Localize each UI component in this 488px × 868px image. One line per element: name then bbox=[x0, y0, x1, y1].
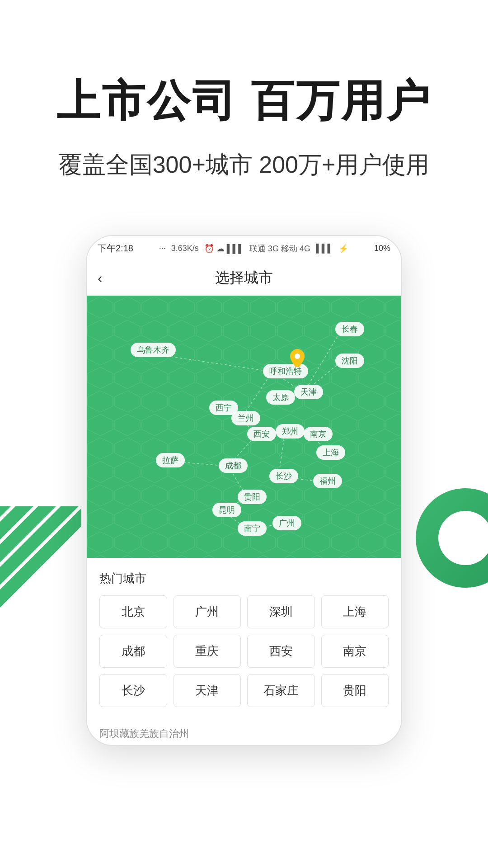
map-city-label[interactable]: 天津 bbox=[294, 385, 323, 399]
city-button[interactable]: 广州 bbox=[174, 595, 241, 628]
map-city-label[interactable]: 兰州 bbox=[231, 411, 260, 425]
map-city-label[interactable]: 沈阳 bbox=[335, 354, 364, 368]
map-city-label[interactable]: 南京 bbox=[304, 427, 333, 441]
city-button[interactable]: 南京 bbox=[321, 635, 389, 668]
map-city-label[interactable]: 成都 bbox=[219, 458, 248, 473]
map-cities: 乌鲁木齐长春沈阳呼和浩特天津太原西宁兰州西安郑州南京上海拉萨成都长沙福州贵阳昆明… bbox=[87, 296, 401, 558]
sub-title: 覆盖全国300+城市 200万+用户使用 bbox=[36, 149, 452, 181]
back-icon[interactable]: ‹ bbox=[98, 270, 103, 287]
map-city-label[interactable]: 福州 bbox=[313, 474, 342, 488]
map-city-label[interactable]: 南宁 bbox=[238, 521, 267, 536]
city-button[interactable]: 长沙 bbox=[99, 674, 167, 707]
city-grid: 北京广州深圳上海成都重庆西安南京长沙天津石家庄贵阳 bbox=[99, 595, 389, 707]
status-battery: 10% bbox=[374, 244, 390, 253]
map-city-label[interactable]: 长春 bbox=[335, 322, 364, 336]
city-button[interactable]: 贵阳 bbox=[321, 674, 389, 707]
map-city-label[interactable]: 乌鲁木齐 bbox=[131, 343, 176, 357]
map-city-label[interactable]: 拉萨 bbox=[156, 453, 185, 467]
city-button[interactable]: 北京 bbox=[99, 595, 167, 628]
city-button[interactable]: 成都 bbox=[99, 635, 167, 668]
map-city-label[interactable]: 昆明 bbox=[212, 503, 241, 517]
map-city-label[interactable]: 贵阳 bbox=[238, 490, 267, 504]
phone-section-wrapper: 下午2:18 ··· 3.63K/s ⏰ ☁ ▌▌▌ 联通 3G 移动 4G ▌… bbox=[0, 235, 488, 746]
city-button[interactable]: 上海 bbox=[321, 595, 389, 628]
status-time: 下午2:18 bbox=[98, 242, 133, 255]
main-title: 上市公司 百万用户 bbox=[36, 72, 452, 131]
city-button[interactable]: 深圳 bbox=[247, 595, 315, 628]
city-button[interactable]: 西安 bbox=[247, 635, 315, 668]
status-4g-bars: ▌▌▌ bbox=[316, 244, 333, 253]
map-city-label[interactable]: 郑州 bbox=[276, 424, 305, 439]
nav-bar: ‹ 选择城市 bbox=[87, 261, 401, 296]
map-city-label[interactable]: 上海 bbox=[316, 445, 345, 460]
nav-title: 选择城市 bbox=[215, 268, 273, 288]
map-city-label[interactable]: 西安 bbox=[247, 427, 276, 441]
footer-text: 阿坝藏族羌族自治州 bbox=[87, 720, 401, 745]
city-button[interactable]: 重庆 bbox=[174, 635, 241, 668]
popular-title: 热门城市 bbox=[99, 571, 389, 586]
city-button[interactable]: 石家庄 bbox=[247, 674, 315, 707]
phone-mockup: 下午2:18 ··· 3.63K/s ⏰ ☁ ▌▌▌ 联通 3G 移动 4G ▌… bbox=[86, 235, 402, 746]
top-section: 上市公司 百万用户 覆盖全国300+城市 200万+用户使用 bbox=[0, 0, 488, 208]
map-container[interactable]: 乌鲁木齐长春沈阳呼和浩特天津太原西宁兰州西安郑州南京上海拉萨成都长沙福州贵阳昆明… bbox=[87, 296, 401, 558]
phone-section: 下午2:18 ··· 3.63K/s ⏰ ☁ ▌▌▌ 联通 3G 移动 4G ▌… bbox=[0, 235, 488, 746]
status-bolt: ⚡ bbox=[338, 244, 348, 254]
status-dots: ··· bbox=[159, 244, 166, 253]
status-carrier: 联通 3G 移动 4G bbox=[249, 243, 310, 254]
map-pin bbox=[290, 349, 305, 369]
status-speed: 3.63K/s bbox=[171, 244, 199, 253]
status-bar: 下午2:18 ··· 3.63K/s ⏰ ☁ ▌▌▌ 联通 3G 移动 4G ▌… bbox=[87, 236, 401, 261]
svg-point-20 bbox=[295, 354, 300, 359]
map-city-label[interactable]: 长沙 bbox=[269, 469, 298, 483]
popular-section: 热门城市 北京广州深圳上海成都重庆西安南京长沙天津石家庄贵阳 bbox=[87, 558, 401, 720]
deco-stripes bbox=[0, 506, 81, 642]
status-center: ··· 3.63K/s ⏰ ☁ ▌▌▌ 联通 3G 移动 4G ▌▌▌ ⚡ bbox=[159, 243, 349, 254]
status-icons: ⏰ ☁ ▌▌▌ bbox=[204, 244, 244, 254]
city-button[interactable]: 天津 bbox=[174, 674, 241, 707]
map-city-label[interactable]: 广州 bbox=[272, 516, 301, 530]
map-city-label[interactable]: 太原 bbox=[266, 390, 295, 405]
